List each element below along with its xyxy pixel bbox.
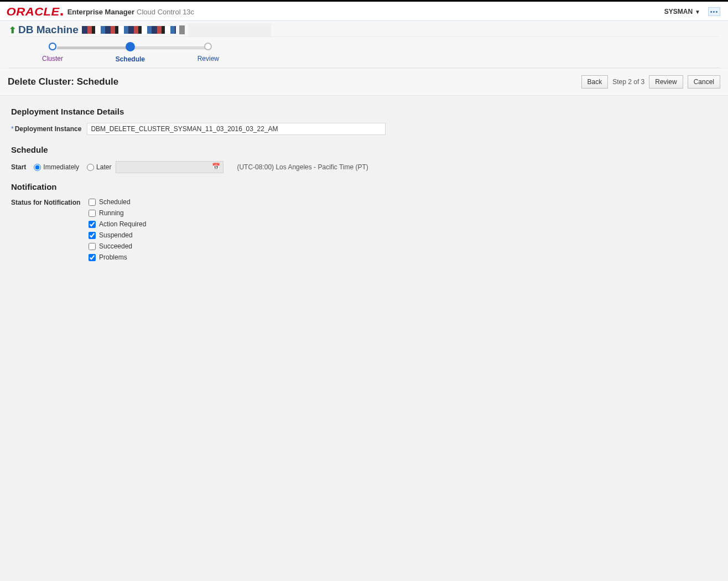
- schedule-start-row: Start Immediately Later 📅 (UTC-08:00) Lo…: [11, 161, 717, 173]
- caret-down-icon: ▼: [695, 9, 700, 15]
- back-button[interactable]: Back: [581, 75, 609, 89]
- check-suspended-input[interactable]: [89, 232, 96, 239]
- later-date-input: [116, 161, 223, 173]
- check-scheduled[interactable]: Scheduled: [89, 198, 146, 206]
- check-running-label: Running: [99, 209, 124, 217]
- check-succeeded-input[interactable]: [89, 243, 96, 250]
- check-suspended[interactable]: Suspended: [89, 231, 146, 239]
- deployment-instance-row: * Deployment Instance: [11, 123, 717, 135]
- target-title-redacted: [82, 26, 176, 34]
- brand-em-label: Enterprise Manager: [67, 8, 134, 16]
- schedule-section-title: Schedule: [11, 145, 717, 154]
- radio-immediately-label: Immediately: [43, 163, 79, 171]
- check-scheduled-label: Scheduled: [99, 198, 131, 206]
- page-header: Delete Cluster: Schedule Back Step 2 of …: [0, 68, 728, 96]
- later-date-wrap: 📅: [116, 161, 223, 173]
- target-bar: ⬆ DB Machine Cluster Schedule Review: [0, 21, 728, 68]
- check-scheduled-input[interactable]: [89, 199, 96, 206]
- cancel-button[interactable]: Cancel: [688, 75, 720, 89]
- radio-later-label: Later: [96, 163, 111, 171]
- status-up-icon: ⬆: [9, 25, 16, 35]
- target-tabs-placeholder: [188, 23, 271, 37]
- check-problems-input[interactable]: [89, 254, 96, 261]
- check-action-required-label: Action Required: [99, 220, 146, 228]
- check-running-input[interactable]: [89, 210, 96, 217]
- start-label: Start: [11, 163, 26, 171]
- radio-immediately[interactable]: Immediately: [34, 163, 79, 171]
- global-actions-button[interactable]: •••: [708, 7, 720, 16]
- wizard-step-review[interactable]: Review: [197, 43, 219, 63]
- check-action-required-input[interactable]: [89, 221, 96, 228]
- notification-grid: Status for Notification Scheduled Runnin…: [11, 198, 717, 261]
- check-succeeded[interactable]: Succeeded: [89, 242, 146, 250]
- review-button[interactable]: Review: [649, 75, 683, 89]
- wizard-step-schedule[interactable]: Schedule: [116, 43, 145, 63]
- target-icon: [179, 25, 185, 34]
- wizard-train: Cluster Schedule Review: [9, 37, 719, 68]
- oracle-logo: ORACLE: [7, 5, 64, 18]
- content-area: Deployment Instance Details * Deployment…: [0, 96, 728, 269]
- user-name: SYSMAN: [664, 8, 693, 15]
- brand-bar: ORACLE Enterprise Manager Cloud Control …: [0, 0, 728, 21]
- timezone-text: (UTC-08:00) Los Angeles - Pacific Time (…: [237, 163, 368, 171]
- check-succeeded-label: Succeeded: [99, 242, 132, 250]
- calendar-icon[interactable]: 📅: [212, 163, 220, 170]
- check-problems[interactable]: Problems: [89, 253, 146, 261]
- target-title[interactable]: DB Machine: [18, 24, 79, 36]
- page-title: Delete Cluster: Schedule: [8, 76, 118, 87]
- brand-cc-label: Cloud Control 13c: [137, 8, 194, 16]
- check-action-required[interactable]: Action Required: [89, 220, 146, 228]
- radio-immediately-input[interactable]: [34, 164, 41, 171]
- notification-section-title: Notification: [11, 182, 717, 191]
- radio-later[interactable]: Later: [87, 163, 111, 171]
- deployment-section-title: Deployment Instance Details: [11, 107, 717, 116]
- check-suspended-label: Suspended: [99, 231, 133, 239]
- user-menu[interactable]: SYSMAN ▼: [664, 8, 700, 15]
- check-running[interactable]: Running: [89, 209, 146, 217]
- check-problems-label: Problems: [99, 253, 127, 261]
- status-for-notification-label: Status for Notification: [11, 198, 89, 261]
- wizard-step-cluster[interactable]: Cluster: [42, 43, 63, 63]
- deployment-instance-input[interactable]: [87, 123, 386, 135]
- step-indicator: Step 2 of 3: [612, 78, 644, 86]
- deployment-instance-label: Deployment Instance: [15, 125, 82, 133]
- required-asterisk: *: [11, 125, 14, 133]
- radio-later-input[interactable]: [87, 164, 94, 171]
